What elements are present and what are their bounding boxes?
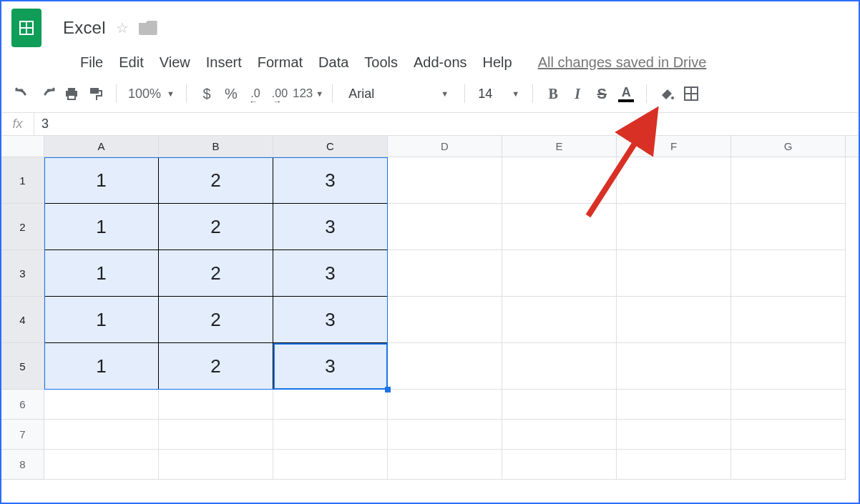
cell-B7[interactable]: [159, 420, 273, 450]
cell-G2[interactable]: [731, 204, 846, 250]
cell-F2[interactable]: [617, 204, 731, 250]
cell-G4[interactable]: [731, 297, 846, 343]
row-header-4[interactable]: 4: [1, 297, 44, 343]
cell-D1[interactable]: [388, 157, 502, 204]
font-family-dropdown[interactable]: Arial ▼: [341, 83, 456, 104]
text-color-button[interactable]: A: [615, 82, 637, 105]
cell-F6[interactable]: [617, 390, 731, 420]
menu-tools[interactable]: Tools: [364, 54, 398, 71]
menu-data[interactable]: Data: [318, 54, 348, 71]
cell-C8[interactable]: [273, 450, 388, 480]
fill-color-button[interactable]: [655, 82, 678, 105]
cell-D2[interactable]: [388, 204, 502, 250]
row-header-3[interactable]: 3: [1, 250, 44, 297]
cell-G7[interactable]: [731, 420, 846, 450]
menu-edit[interactable]: Edit: [119, 54, 143, 71]
cell-C2[interactable]: 3: [273, 204, 388, 250]
cell-C6[interactable]: [273, 390, 388, 420]
folder-icon[interactable]: [139, 21, 157, 35]
cell-B8[interactable]: [159, 450, 273, 480]
cell-A5[interactable]: 1: [44, 343, 159, 390]
cell-D4[interactable]: [388, 297, 502, 343]
cell-B3[interactable]: 2: [159, 250, 273, 297]
cell-A6[interactable]: [44, 390, 159, 420]
cell-F1[interactable]: [617, 157, 731, 204]
cell-E6[interactable]: [502, 390, 617, 420]
cell-G8[interactable]: [731, 450, 846, 480]
cell-D7[interactable]: [388, 420, 502, 450]
cell-E1[interactable]: [502, 157, 617, 204]
strikethrough-button[interactable]: S: [590, 82, 613, 105]
italic-button[interactable]: I: [566, 82, 589, 105]
menu-help[interactable]: Help: [483, 54, 512, 71]
cell-D8[interactable]: [388, 450, 502, 480]
cell-F5[interactable]: [617, 343, 731, 390]
column-header-F[interactable]: F: [617, 136, 731, 157]
column-header-B[interactable]: B: [159, 136, 273, 157]
cell-E2[interactable]: [502, 204, 617, 250]
cell-G3[interactable]: [731, 250, 846, 297]
bold-button[interactable]: B: [542, 82, 565, 105]
cell-F7[interactable]: [617, 420, 731, 450]
cell-D3[interactable]: [388, 250, 502, 297]
cell-B5[interactable]: 2: [159, 343, 273, 390]
row-header-5[interactable]: 5: [1, 343, 44, 390]
cell-B6[interactable]: [159, 390, 273, 420]
menu-file[interactable]: File: [80, 54, 103, 71]
cell-C5[interactable]: 3: [273, 343, 388, 390]
doc-title[interactable]: Excel: [63, 18, 106, 38]
decrease-decimal-button[interactable]: .0 ←: [244, 82, 267, 105]
increase-decimal-button[interactable]: .00 →: [268, 82, 291, 105]
cell-B2[interactable]: 2: [159, 204, 273, 250]
formula-input[interactable]: 3: [34, 117, 49, 132]
column-header-D[interactable]: D: [388, 136, 502, 157]
cell-E4[interactable]: [502, 297, 617, 343]
cell-A8[interactable]: [44, 450, 159, 480]
cell-G6[interactable]: [731, 390, 846, 420]
zoom-dropdown[interactable]: 100% ▼: [125, 82, 177, 105]
cell-B1[interactable]: 2: [159, 157, 273, 204]
cell-G1[interactable]: [731, 157, 846, 204]
redo-button[interactable]: [36, 82, 59, 105]
menu-format[interactable]: Format: [258, 54, 303, 71]
cell-B4[interactable]: 2: [159, 297, 273, 343]
currency-button[interactable]: $: [195, 82, 218, 105]
star-icon[interactable]: ☆: [116, 19, 129, 36]
menu-insert[interactable]: Insert: [206, 54, 242, 71]
cell-E3[interactable]: [502, 250, 617, 297]
cell-E7[interactable]: [502, 420, 617, 450]
cell-E8[interactable]: [502, 450, 617, 480]
cell-C3[interactable]: 3: [273, 250, 388, 297]
undo-button[interactable]: [11, 82, 34, 105]
cell-F8[interactable]: [617, 450, 731, 480]
cell-D6[interactable]: [388, 390, 502, 420]
cell-F4[interactable]: [617, 297, 731, 343]
print-button[interactable]: [60, 82, 83, 105]
row-header-6[interactable]: 6: [1, 390, 44, 420]
cell-D5[interactable]: [388, 343, 502, 390]
cell-C4[interactable]: 3: [273, 297, 388, 343]
font-size-dropdown[interactable]: 14 ▼: [474, 83, 524, 104]
select-all-corner[interactable]: [1, 136, 44, 157]
row-header-7[interactable]: 7: [1, 420, 44, 450]
cell-A1[interactable]: 1: [44, 157, 159, 204]
row-header-1[interactable]: 1: [1, 157, 44, 204]
cell-A7[interactable]: [44, 420, 159, 450]
cell-G5[interactable]: [731, 343, 846, 390]
cell-A2[interactable]: 1: [44, 204, 159, 250]
column-header-A[interactable]: A: [44, 136, 159, 157]
column-header-C[interactable]: C: [273, 136, 388, 157]
cell-C7[interactable]: [273, 420, 388, 450]
cell-A4[interactable]: 1: [44, 297, 159, 343]
cell-C1[interactable]: 3: [273, 157, 388, 204]
cell-F3[interactable]: [617, 250, 731, 297]
more-formats-dropdown[interactable]: 123 ▼: [293, 82, 323, 105]
cell-A3[interactable]: 1: [44, 250, 159, 297]
borders-button[interactable]: [680, 82, 703, 105]
paint-format-button[interactable]: [84, 82, 107, 105]
menu-addons[interactable]: Add-ons: [414, 54, 467, 71]
row-header-2[interactable]: 2: [1, 204, 44, 250]
column-header-G[interactable]: G: [731, 136, 846, 157]
column-header-E[interactable]: E: [502, 136, 617, 157]
row-header-8[interactable]: 8: [1, 450, 44, 480]
